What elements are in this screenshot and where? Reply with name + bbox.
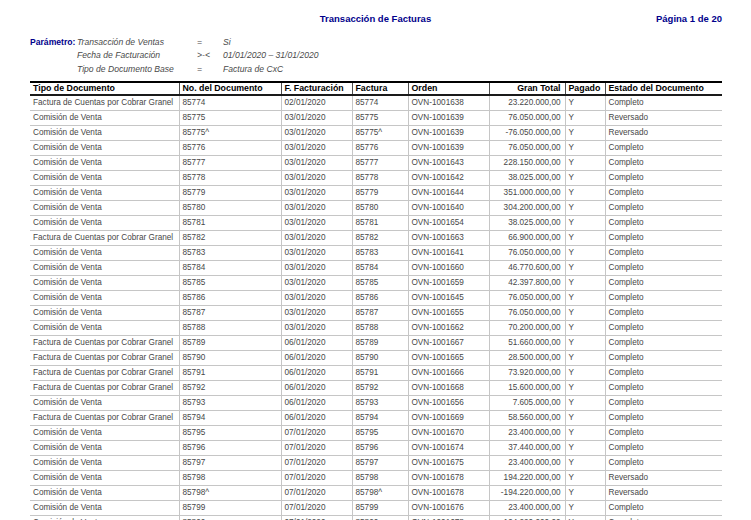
cell-f-facturaci-n: 06/01/2020 — [281, 351, 352, 366]
cell-gran-total: 28.500.000,00 — [489, 351, 565, 366]
cell-f-facturaci-n: 03/01/2020 — [281, 276, 352, 291]
cell-f-facturaci-n: 02/01/2020 — [281, 95, 352, 111]
cell-f-facturaci-n: 07/01/2020 — [281, 516, 352, 520]
cell-factura: 85799 — [352, 501, 408, 516]
cell-estado-del-documento: Completo — [605, 276, 722, 291]
cell-estado-del-documento: Completo — [605, 156, 722, 171]
table-row: Comisión de Venta8579607/01/202085796OVN… — [30, 441, 722, 456]
cell-tipo-de-documento: Comisión de Venta — [30, 486, 179, 501]
cell-tipo-de-documento: Comisión de Venta — [30, 171, 179, 186]
cell-orden: OVN-1001639 — [408, 126, 489, 141]
cell-estado-del-documento: Completo — [605, 171, 722, 186]
cell-estado-del-documento: Completo — [605, 381, 722, 396]
parameter-value: Factura de CxC — [223, 64, 283, 74]
cell-factura: 85775^ — [352, 126, 408, 141]
cell-gran-total: 194.220.000,00 — [489, 516, 565, 520]
table-row: Comisión de Venta8579707/01/202085797OVN… — [30, 456, 722, 471]
cell-tipo-de-documento: Comisión de Venta — [30, 321, 179, 336]
cell-tipo-de-documento: Comisión de Venta — [30, 441, 179, 456]
cell-f-facturaci-n: 07/01/2020 — [281, 501, 352, 516]
cell-orden: OVN-1001659 — [408, 276, 489, 291]
report-page: { "report": { "title": "Transacción de F… — [0, 0, 751, 520]
cell-pagado: Y — [565, 351, 605, 366]
cell-f-facturaci-n: 03/01/2020 — [281, 126, 352, 141]
cell-tipo-de-documento: Comisión de Venta — [30, 141, 179, 156]
cell-tipo-de-documento: Comisión de Venta — [30, 516, 179, 520]
parameter-value: Si — [223, 37, 231, 47]
cell-no-del-documento: 85800 — [179, 516, 281, 520]
parameters-block: Parámetro: Transacción de Ventas = Si Fe… — [30, 37, 510, 77]
cell-f-facturaci-n: 07/01/2020 — [281, 471, 352, 486]
cell-f-facturaci-n: 03/01/2020 — [281, 216, 352, 231]
table-row: Comisión de Venta8578303/01/202085783OVN… — [30, 246, 722, 261]
cell-gran-total: 37.440.000,00 — [489, 441, 565, 456]
cell-tipo-de-documento: Factura de Cuentas por Cobrar Granel — [30, 336, 179, 351]
cell-tipo-de-documento: Factura de Cuentas por Cobrar Granel — [30, 95, 179, 111]
cell-no-del-documento: 85774 — [179, 95, 281, 111]
report-title: Transacción de Facturas — [0, 13, 751, 24]
cell-gran-total: 194.220.000,00 — [489, 471, 565, 486]
cell-gran-total: 7.605.000,00 — [489, 396, 565, 411]
cell-tipo-de-documento: Comisión de Venta — [30, 201, 179, 216]
column-header-tipo-de-documento: Tipo de Documento — [30, 82, 179, 95]
cell-estado-del-documento: Completo — [605, 201, 722, 216]
cell-estado-del-documento: Reversado — [605, 126, 722, 141]
cell-gran-total: 76.050.000,00 — [489, 306, 565, 321]
cell-f-facturaci-n: 03/01/2020 — [281, 261, 352, 276]
cell-tipo-de-documento: Factura de Cuentas por Cobrar Granel — [30, 366, 179, 381]
cell-factura: 85774 — [352, 95, 408, 111]
table-row: Comisión de Venta8578103/01/202085781OVN… — [30, 216, 722, 231]
cell-no-del-documento: 85792 — [179, 381, 281, 396]
cell-no-del-documento: 85798^ — [179, 486, 281, 501]
cell-orden: OVN-1001641 — [408, 246, 489, 261]
cell-gran-total: 38.025.000,00 — [489, 171, 565, 186]
cell-f-facturaci-n: 07/01/2020 — [281, 441, 352, 456]
cell-factura: 85796 — [352, 441, 408, 456]
cell-tipo-de-documento: Factura de Cuentas por Cobrar Granel — [30, 231, 179, 246]
cell-pagado: Y — [565, 171, 605, 186]
cell-no-del-documento: 85778 — [179, 171, 281, 186]
cell-factura: 85797 — [352, 456, 408, 471]
table-row: Comisión de Venta8577703/01/202085777OVN… — [30, 156, 722, 171]
cell-tipo-de-documento: Comisión de Venta — [30, 126, 179, 141]
cell-factura: 85777 — [352, 156, 408, 171]
cell-factura: 85800 — [352, 516, 408, 520]
cell-pagado: Y — [565, 156, 605, 171]
parameter-name: Tipo de Documento Base — [77, 64, 197, 74]
cell-tipo-de-documento: Comisión de Venta — [30, 426, 179, 441]
cell-f-facturaci-n: 03/01/2020 — [281, 111, 352, 126]
cell-estado-del-documento: Reversado — [605, 486, 722, 501]
cell-pagado: Y — [565, 381, 605, 396]
parameter-operator: = — [197, 64, 223, 74]
cell-gran-total: 228.150.000,00 — [489, 156, 565, 171]
cell-factura: 85776 — [352, 141, 408, 156]
cell-factura: 85780 — [352, 201, 408, 216]
table-row: Comisión de Venta8580007/01/202085800OVN… — [30, 516, 722, 520]
cell-f-facturaci-n: 06/01/2020 — [281, 366, 352, 381]
cell-pagado: Y — [565, 201, 605, 216]
cell-pagado: Y — [565, 246, 605, 261]
cell-no-del-documento: 85793 — [179, 396, 281, 411]
cell-gran-total: 23.220.000,00 — [489, 95, 565, 111]
cell-factura: 85793 — [352, 396, 408, 411]
cell-factura: 85775 — [352, 111, 408, 126]
cell-orden: OVN-1001639 — [408, 141, 489, 156]
cell-orden: OVN-1001644 — [408, 186, 489, 201]
cell-orden: OVN-1001654 — [408, 216, 489, 231]
cell-factura: 85788 — [352, 321, 408, 336]
cell-f-facturaci-n: 03/01/2020 — [281, 231, 352, 246]
cell-estado-del-documento: Completo — [605, 261, 722, 276]
cell-pagado: Y — [565, 396, 605, 411]
cell-pagado: Y — [565, 186, 605, 201]
cell-pagado: Y — [565, 95, 605, 111]
column-header-no-del-documento: No. del Documento — [179, 82, 281, 95]
cell-orden: OVN-1001678 — [408, 486, 489, 501]
cell-tipo-de-documento: Comisión de Venta — [30, 216, 179, 231]
table-row: Comisión de Venta8578503/01/202085785OVN… — [30, 276, 722, 291]
cell-tipo-de-documento: Factura de Cuentas por Cobrar Granel — [30, 381, 179, 396]
cell-no-del-documento: 85777 — [179, 156, 281, 171]
cell-no-del-documento: 85780 — [179, 201, 281, 216]
cell-estado-del-documento: Completo — [605, 186, 722, 201]
cell-no-del-documento: 85794 — [179, 411, 281, 426]
table-row: Comisión de Venta8578803/01/202085788OVN… — [30, 321, 722, 336]
